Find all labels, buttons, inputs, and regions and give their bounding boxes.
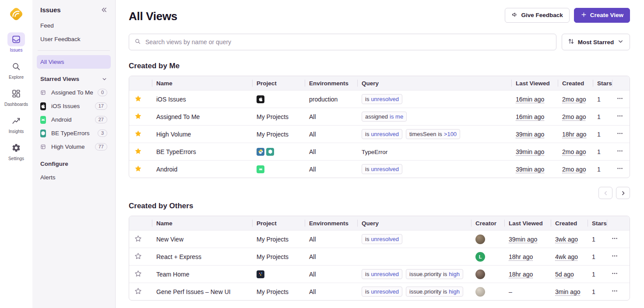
star-outline-icon[interactable] (134, 252, 142, 260)
cell-name: iOS Issues (152, 90, 252, 108)
view-row[interactable]: React + ExpressMy ProjectsAllL18hr ago4w… (129, 248, 630, 265)
star-filled-icon[interactable] (134, 147, 142, 155)
pagination-prev-button[interactable] (598, 187, 612, 199)
sidebar-item-feed[interactable]: Feed (37, 19, 111, 32)
star-outline-icon[interactable] (134, 270, 142, 277)
rail-item-insights[interactable]: Insights (4, 114, 28, 134)
column-stars[interactable]: Stars (588, 216, 607, 230)
view-row[interactable]: Gene Perf Issues – New UIMy ProjectsAlli… (129, 283, 630, 300)
creator-avatar (475, 287, 485, 297)
more-actions-icon[interactable] (611, 235, 618, 242)
cell-stars: 1 (593, 90, 612, 108)
sort-dropdown[interactable]: Most Starred (562, 34, 630, 50)
created-by-me-table: NameProjectEnvironmentsQueryLast ViewedC… (129, 76, 630, 178)
more-actions-icon[interactable] (616, 165, 623, 172)
view-row[interactable]: High VolumeMy ProjectsAllisunresolvedtim… (129, 125, 630, 143)
cell-query: isunresolvedissue.priorityishigh (357, 265, 471, 283)
view-row[interactable]: New ViewMy ProjectsAllisunresolved39min … (129, 230, 630, 248)
rail-item-dashboards[interactable]: Dashboards (4, 87, 28, 107)
column-project[interactable]: Project (252, 216, 305, 230)
rail-item-label: Insights (9, 129, 24, 134)
column-last-viewed[interactable]: Last Viewed (511, 76, 558, 90)
sidebar-configure-items: Alerts (37, 171, 111, 184)
column-star (129, 216, 152, 230)
rail-item-explore[interactable]: Explore (4, 60, 28, 80)
more-actions-icon[interactable] (616, 147, 623, 154)
sidebar-item-ios-issues[interactable]: iOS Issues17 (37, 99, 111, 113)
column-query[interactable]: Query (357, 216, 471, 230)
column-name[interactable]: Name (152, 76, 252, 90)
sidebar-item-assigned-to-me[interactable]: Assigned To Me0 (37, 86, 111, 99)
cell-environments: All (305, 125, 357, 143)
more-actions-icon[interactable] (616, 130, 623, 137)
more-actions-icon[interactable] (611, 287, 618, 294)
relative-time: 2mo ago (562, 113, 586, 120)
search-input[interactable] (144, 38, 551, 46)
rail-item-label: Settings (8, 156, 24, 161)
star-outline-icon[interactable] (134, 235, 142, 242)
column-project[interactable]: Project (252, 76, 305, 90)
sidebar-item-label: Assigned To Me (51, 89, 93, 96)
star-filled-icon[interactable] (134, 112, 142, 120)
rail-item-issues[interactable]: Issues (4, 32, 28, 52)
create-view-button[interactable]: Create View (574, 8, 630, 23)
cell-last-viewed: 16min ago (511, 90, 558, 108)
cell-actions (607, 283, 630, 300)
view-row[interactable]: Assigned To MeMy ProjectsAllassignedis m… (129, 108, 630, 125)
query-token: issue.priorityishigh (406, 269, 463, 279)
column-name[interactable]: Name (152, 216, 252, 230)
star-filled-icon[interactable] (134, 165, 142, 172)
relative-time: 2mo ago (562, 96, 586, 103)
pagination-next-button[interactable] (616, 187, 630, 199)
more-actions-icon[interactable] (611, 252, 618, 259)
column-creator[interactable]: Creator (471, 216, 504, 230)
column-stars[interactable]: Stars (593, 76, 612, 90)
column-environments[interactable]: Environments (305, 216, 357, 230)
star-filled-icon[interactable] (134, 130, 142, 137)
cell-actions (612, 160, 630, 178)
issue-count-badge: 3 (98, 130, 107, 137)
column-created[interactable]: Created (551, 216, 588, 230)
give-feedback-button[interactable]: Give Feedback (505, 8, 569, 23)
more-actions-icon[interactable] (616, 95, 623, 102)
issue-count-badge: 77 (95, 143, 107, 150)
sort-arrows-icon (568, 38, 574, 46)
sentry-logo[interactable] (7, 5, 25, 23)
column-environments[interactable]: Environments (305, 76, 357, 90)
megaphone-icon (511, 11, 518, 19)
sidebar-item-user-feedback[interactable]: User Feedback (37, 32, 111, 46)
cell-star (129, 90, 152, 108)
more-actions-icon[interactable] (616, 112, 623, 119)
sidebar-item-alerts[interactable]: Alerts (37, 171, 111, 184)
sidebar-item-label: BE TypeErrors (51, 130, 90, 136)
chevron-down-icon (102, 76, 107, 82)
star-outline-icon[interactable] (134, 287, 142, 295)
search-box (129, 34, 556, 50)
view-row[interactable]: Team HomeAllisunresolvedissue.priorityis… (129, 265, 630, 283)
view-row[interactable]: iOS Issuesproductionisunresolved16min ag… (129, 90, 630, 108)
sidebar-item-be-typeerrors[interactable]: BE TypeErrors3 (37, 126, 111, 140)
view-row[interactable]: BE TypeErrorsAllTypeError39min ago2mo ag… (129, 143, 630, 160)
rail-item-settings[interactable]: Settings (4, 141, 28, 161)
view-row[interactable]: AndroidAllisunresolved39min ago2mo ago1 (129, 160, 630, 178)
created-by-me-heading: Created by Me (129, 62, 630, 70)
settings-icon (7, 141, 25, 155)
team-project-icon (257, 270, 264, 278)
page-title: All Views (129, 10, 177, 23)
column-last-viewed[interactable]: Last Viewed (504, 216, 551, 230)
sidebar-item-android[interactable]: Android27 (37, 113, 111, 126)
column-created[interactable]: Created (558, 76, 593, 90)
starred-views-section-header[interactable]: Starred Views (37, 69, 111, 86)
cell-name: High Volume (152, 125, 252, 143)
configure-label: Configure (40, 161, 68, 167)
cell-created: 2mo ago (558, 143, 593, 160)
left-rail: IssuesExploreDashboardsInsightsSettings (0, 0, 32, 308)
column-query[interactable]: Query (357, 76, 511, 90)
collapse-sidebar-icon[interactable] (101, 7, 107, 13)
more-actions-icon[interactable] (611, 270, 618, 277)
sidebar-item-all-views[interactable]: All Views (37, 55, 111, 69)
star-filled-icon[interactable] (134, 95, 142, 102)
cell-project: My Projects (252, 230, 305, 248)
sidebar-item-high-volume[interactable]: High Volume77 (37, 140, 111, 154)
project-name: My Projects (257, 288, 289, 295)
